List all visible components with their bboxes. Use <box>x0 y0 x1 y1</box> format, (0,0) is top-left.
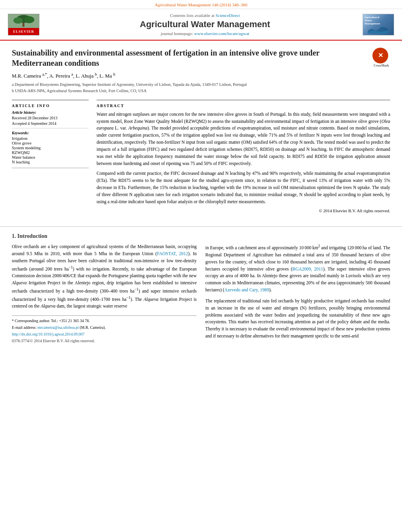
azevedo-link[interactable]: Azevedo and Cary, 1989 <box>224 287 269 292</box>
awm-logo-text: Agricultural <box>365 16 379 19</box>
keyword-irrigation: Irrigation <box>12 136 89 141</box>
awm-logo-inner: Agricultural Water Management <box>363 14 394 35</box>
article-title-text: Sustainability and environmental assessm… <box>12 48 320 67</box>
article-info-box: ARTICLE INFO Article history: Received 2… <box>12 100 89 168</box>
affiliation-b: b USDA-ARS-NPA, Agricultural Systems Res… <box>12 88 390 94</box>
crossmark: ✕ CrossMark <box>372 48 390 65</box>
intro-section-title: 1. Introduction <box>12 233 390 239</box>
affiliations: a Department of Biosystems Engineering, … <box>12 82 390 94</box>
awm-logo: Agricultural Water Management <box>363 14 394 35</box>
issn-text: 0378-3774/© 2014 Elsevier B.V. All right… <box>12 339 95 343</box>
introduction-section: 1. Introduction Olive orchards are a key… <box>0 233 402 345</box>
footnote-corresponding: * Corresponding author. Tel.: +351 21 36… <box>12 318 197 324</box>
homepage-link[interactable]: www.elsevier.com/locate/agwat <box>194 31 249 36</box>
abstract-box: ABSTRACT Water and nitrogen surpluses ar… <box>97 100 390 213</box>
citation-text: Agricultural Water Management 146 (2014)… <box>154 2 247 7</box>
history-label: Article history: <box>12 110 89 115</box>
svg-point-2 <box>13 17 23 24</box>
sciencedirect-link[interactable]: ScienceDirect <box>216 13 240 18</box>
article-info-heading: ARTICLE INFO <box>12 104 89 108</box>
elsevier-logo-img: ELSEVIER <box>8 14 39 35</box>
footnote-email: E-mail address: mrcameira@isa.ulisboa.pt… <box>12 325 197 330</box>
intro-right-col: in Europe, with a catchment area of appr… <box>205 243 390 345</box>
intro-left-col: Olive orchards are a key component of ag… <box>12 243 197 345</box>
intro-right-paragraph-2: The replacement of traditional rain fed … <box>205 298 390 340</box>
email-note: (M.R. Cameira). <box>80 325 106 330</box>
article-content: Sustainability and environmental assessm… <box>0 41 402 220</box>
received-date: Received 28 December 2013 <box>12 116 89 120</box>
affiliation-a: a Department of Biosystems Engineering, … <box>12 82 390 88</box>
faostat-link[interactable]: FAOSTAT, 2012 <box>157 251 188 256</box>
accepted-date: Accepted 4 September 2014 <box>12 121 89 126</box>
keyword-olive-grove: Olive grove <box>12 141 89 145</box>
rga-link[interactable]: RGA2009, 2011 <box>292 267 323 271</box>
email-label: E-mail address: <box>12 325 36 330</box>
authors-line: M.R. Cameira a,*, A. Pereira a, L. Ahuja… <box>12 72 390 79</box>
authors-text: M.R. Cameira a,*, A. Pereira a, L. Ahuja… <box>12 73 115 79</box>
keywords-label: Keywords: <box>12 131 89 135</box>
elsevier-logo: ELSEVIER <box>8 14 43 35</box>
abstract-col: ABSTRACT Water and nitrogen surpluses ar… <box>97 100 390 213</box>
info-abstract-section: ARTICLE INFO Article history: Received 2… <box>12 100 390 213</box>
journal-title: Agricultural Water Management <box>47 19 363 30</box>
elsevier-logo-top <box>8 14 39 28</box>
awm-logo-text3: Management <box>365 22 380 25</box>
journal-center: Contents lists available at ScienceDirec… <box>47 13 363 36</box>
elsevier-tree-illustration <box>8 14 39 28</box>
doi-link[interactable]: http://dx.doi.org/10.1016/j.agwat.2014.0… <box>12 332 85 336</box>
keyword-n-leaching: N leaching <box>12 160 89 164</box>
awm-logo-image <box>365 25 391 33</box>
homepage-line: journal homepage: www.elsevier.com/locat… <box>47 31 363 36</box>
section-number: 1. <box>12 233 16 239</box>
keyword-rzwqm2: RZWQM2 <box>12 150 89 155</box>
article-title-container: Sustainability and environmental assessm… <box>12 48 390 68</box>
intro-right-paragraph-1: in Europe, with a catchment area of appr… <box>205 243 390 294</box>
journal-citation: Agricultural Water Management 146 (2014)… <box>0 0 402 9</box>
separator-line <box>0 226 402 227</box>
awm-logo-text2: Water <box>365 19 372 22</box>
abstract-heading: ABSTRACT <box>97 104 390 108</box>
keyword-system-modeling: System modeling <box>12 146 89 150</box>
corresponding-author-note: * Corresponding author. Tel.: +351 21 36… <box>12 319 90 323</box>
article-info-col: ARTICLE INFO Article history: Received 2… <box>12 100 89 213</box>
svg-point-3 <box>24 16 34 23</box>
footnote-area: * Corresponding author. Tel.: +351 21 36… <box>12 315 197 344</box>
intro-text-columns: Olive orchards are a key component of ag… <box>12 243 390 345</box>
crossmark-icon: ✕ <box>372 48 388 63</box>
contents-line: Contents lists available at ScienceDirec… <box>47 13 363 18</box>
crossmark-label: CrossMark <box>372 64 390 68</box>
keyword-water-balance: Water balance <box>12 155 89 159</box>
copyright-line: © 2014 Elsevier B.V. All rights reserved… <box>97 208 390 213</box>
journal-header: ELSEVIER Contents lists available at Sci… <box>0 9 402 41</box>
abstract-paragraph-1: Water and nitrogen surpluses are major c… <box>97 111 390 167</box>
footnote-doi: http://dx.doi.org/10.1016/j.agwat.2014.0… <box>12 332 197 337</box>
email-link[interactable]: mrcameira@isa.ulisboa.pt <box>37 325 79 330</box>
svg-rect-4 <box>22 23 24 27</box>
elsevier-logo-bottom: ELSEVIER <box>8 28 39 35</box>
section-title-text: Introduction <box>17 233 47 239</box>
page: Agricultural Water Management 146 (2014)… <box>0 0 402 532</box>
keywords-section: Keywords: Irrigation Olive grove System … <box>12 128 89 164</box>
footnote-issn: 0378-3774/© 2014 Elsevier B.V. All right… <box>12 338 197 344</box>
intro-left-paragraph: Olive orchards are a key component of ag… <box>12 243 197 310</box>
abstract-paragraph-2: Compared with the current practice, the … <box>97 170 390 205</box>
